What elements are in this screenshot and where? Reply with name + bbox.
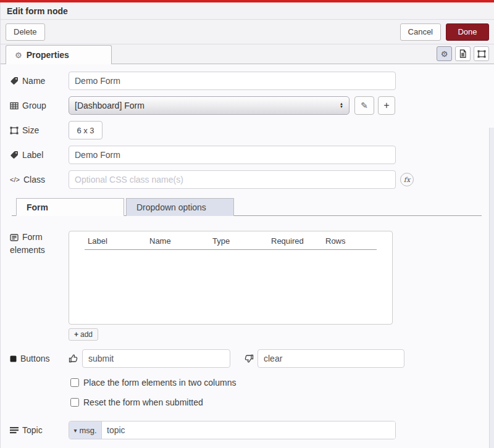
two-columns-checkbox-label: Place the form elements in two columns: [83, 378, 236, 388]
gear-icon: ⚙: [15, 51, 22, 60]
label-input[interactable]: [69, 146, 396, 164]
form-elements-label: Form elements Form elements: [10, 231, 69, 257]
form-elements-row: Form elements Form elements Label Name T…: [10, 231, 488, 341]
class-row: </> Class fx: [10, 170, 488, 189]
vertical-scrollbar[interactable]: [489, 128, 494, 448]
appearance-icon: [477, 50, 486, 58]
dialog-title: Edit form node: [7, 6, 68, 16]
form-subtabs: Form Dropdown options: [12, 197, 482, 216]
buttons-label: Buttons: [10, 354, 69, 363]
plus-icon: +: [383, 100, 389, 111]
tag-icon: [10, 151, 19, 159]
name-row: Name: [10, 72, 488, 90]
size-row: Size 6 x 3: [10, 121, 488, 139]
subtab-dropdown-options[interactable]: Dropdown options: [126, 198, 234, 216]
column-header-name: Name: [149, 236, 212, 246]
submit-button-label-input[interactable]: [82, 349, 230, 368]
properties-panel: Name Group [Dashboard] Form ▲ ▼ ✎: [1, 64, 494, 448]
form-elements-table-header: Label Name Type Required Rows: [85, 231, 377, 250]
subtab-form[interactable]: Form: [16, 198, 124, 216]
thumbs-down-icon: [244, 354, 254, 363]
name-input[interactable]: [69, 72, 396, 90]
group-row: Group [Dashboard] Form ▲ ▼ ✎ +: [10, 96, 488, 115]
group-label: Group: [10, 101, 69, 110]
label-row: Label: [10, 146, 488, 164]
reset-form-checkbox-row: Reset the form when submitted: [70, 397, 488, 407]
reset-form-checkbox-label: Reset the form when submitted: [83, 397, 203, 407]
size-button[interactable]: 6 x 3: [69, 121, 103, 139]
dialog-header: Edit form node: [1, 2, 494, 20]
appearance-view-button[interactable]: [474, 46, 489, 61]
add-element-button[interactable]: + add: [69, 328, 98, 341]
edit-form-node-dialog: Edit form node Delete Cancel Done ⚙ Prop…: [0, 2, 494, 448]
column-header-label: Label: [85, 236, 149, 246]
pencil-icon: ✎: [361, 101, 368, 110]
code-icon: </>: [10, 176, 20, 183]
topic-typed-input: ▾ msg.: [69, 421, 396, 439]
document-icon: [459, 49, 467, 58]
class-input[interactable]: [69, 170, 396, 189]
resize-icon: [10, 127, 19, 135]
topic-type-label: msg.: [79, 426, 96, 435]
editor-tab-bar: ⚙ Properties ⚙: [1, 44, 494, 64]
topic-label: Topic: [10, 425, 69, 435]
column-header-type: Type: [212, 236, 271, 246]
form-icon: [10, 234, 19, 241]
group-select-value: [Dashboard] Form: [75, 101, 340, 110]
done-button[interactable]: Done: [446, 23, 489, 41]
group-select[interactable]: [Dashboard] Form ▲ ▼: [69, 96, 350, 115]
tab-properties-label: Properties: [27, 50, 69, 60]
tasks-icon: [10, 426, 19, 434]
topic-row: Topic ▾ msg.: [10, 421, 488, 439]
topic-type-select[interactable]: ▾ msg.: [69, 421, 102, 439]
form-elements-table[interactable]: Label Name Type Required Rows: [69, 231, 393, 325]
thumbs-up-icon: [69, 354, 78, 363]
square-icon: [10, 355, 17, 362]
class-label: </> Class: [10, 175, 69, 185]
label-field-label: Label: [10, 150, 69, 160]
add-group-button[interactable]: +: [378, 96, 395, 115]
cancel-button[interactable]: Cancel: [400, 23, 441, 41]
size-label: Size: [10, 125, 69, 135]
description-view-button[interactable]: [455, 46, 471, 61]
caret-down-icon: ▾: [73, 427, 77, 434]
properties-view-button[interactable]: ⚙: [437, 46, 452, 61]
tag-icon: [10, 77, 19, 85]
gear-icon: ⚙: [441, 49, 448, 59]
edit-group-button[interactable]: ✎: [354, 96, 374, 115]
plus-icon: +: [74, 330, 78, 339]
select-arrows-icon: ▲ ▼: [340, 102, 343, 109]
delete-button[interactable]: Delete: [6, 23, 45, 41]
table-icon: [10, 102, 19, 110]
two-columns-checkbox[interactable]: [70, 378, 79, 387]
topic-input[interactable]: [102, 421, 395, 439]
fx-icon: fx: [400, 173, 414, 186]
tab-properties[interactable]: ⚙ Properties: [6, 45, 112, 64]
two-columns-checkbox-row: Place the form elements in two columns: [70, 378, 488, 388]
clear-button-label-input[interactable]: [257, 349, 404, 368]
dialog-toolbar: Delete Cancel Done: [1, 20, 494, 44]
buttons-row: Buttons: [10, 349, 488, 368]
form-elements-panel: Label Name Type Required Rows + add: [69, 231, 393, 341]
name-label: Name: [10, 76, 69, 86]
column-header-required: Required: [271, 236, 325, 246]
column-header-rows: Rows: [325, 236, 377, 246]
reset-form-checkbox[interactable]: [70, 398, 79, 407]
